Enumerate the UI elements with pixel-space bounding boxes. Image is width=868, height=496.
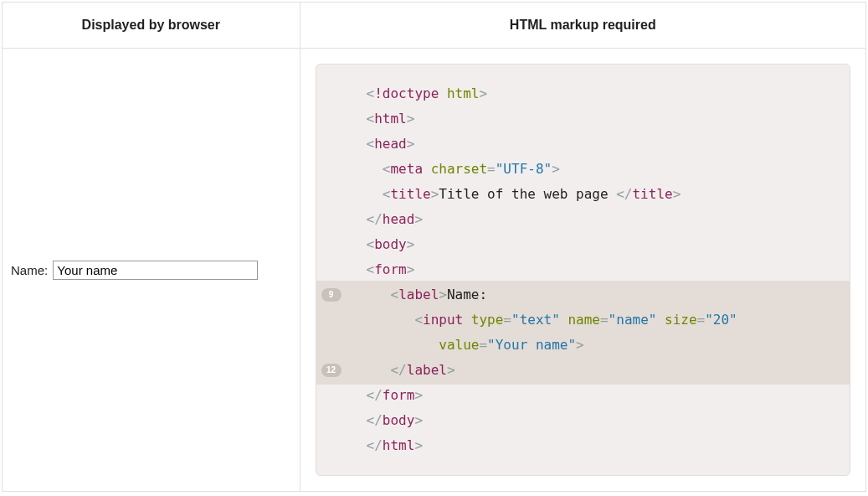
name-input[interactable] (53, 261, 258, 280)
header-right: HTML markup required (300, 3, 865, 49)
source-code: <!doctype html> <html> <head> <meta char… (316, 65, 850, 475)
header-left: Displayed by browser (3, 3, 300, 49)
content-row: Name: 9 12 <!doctype html> <html> <head>… (3, 49, 866, 492)
example-table: Displayed by browser HTML markup require… (2, 2, 866, 492)
code-cell: 9 12 <!doctype html> <html> <head> <meta… (300, 49, 865, 492)
name-label-text: Name: (11, 263, 48, 277)
rendered-form: Name: (11, 261, 291, 280)
name-label: Name: (11, 263, 258, 277)
header-row: Displayed by browser HTML markup require… (3, 3, 866, 49)
code-block: 9 12 <!doctype html> <html> <head> <meta… (316, 64, 850, 476)
browser-render-cell: Name: (3, 49, 300, 492)
